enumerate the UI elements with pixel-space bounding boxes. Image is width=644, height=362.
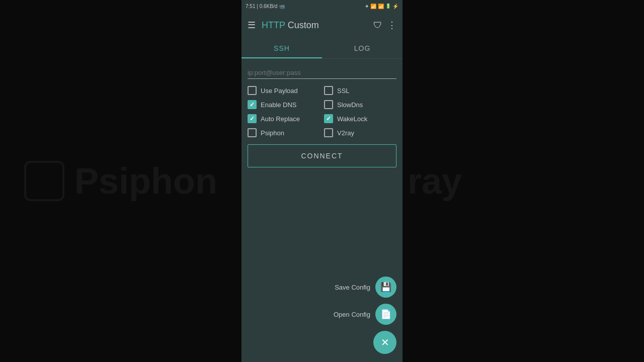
phone-screen: 7:51 | 0.6KB/d 📹 ⁕ 📶 📶 🔋 ⚡ ☰ HTTP Custom… — [242, 0, 403, 362]
connect-button[interactable]: CONNECT — [248, 144, 396, 167]
save-config-row: Save Config 💾 — [335, 277, 396, 298]
bg-left-text: Psiphon — [74, 160, 217, 202]
checkbox-v2ray[interactable]: V2ray — [324, 128, 396, 137]
save-config-label: Save Config — [335, 284, 370, 291]
checkbox-grid: Use Payload SSL Enable DNS SlowDns Auto … — [248, 86, 396, 137]
checkbox-wakelock[interactable]: WakeLock — [324, 114, 396, 123]
file-icon: 📄 — [380, 309, 391, 320]
checkbox-auto-replace[interactable]: Auto Replace — [248, 114, 320, 123]
open-config-button[interactable]: 📄 — [375, 304, 396, 325]
checkbox-v2ray-label: V2ray — [337, 129, 354, 137]
main-content: Use Payload SSL Enable DNS SlowDns Auto … — [242, 59, 403, 362]
checkbox-use-payload[interactable]: Use Payload — [248, 86, 320, 95]
checkbox-psiphon-label: Psiphon — [261, 129, 284, 137]
checkbox-ssl[interactable]: SSL — [324, 86, 396, 95]
tabs: SSH LOG — [242, 38, 403, 59]
ssh-input[interactable] — [248, 67, 396, 79]
open-config-row: Open Config 📄 — [334, 304, 396, 325]
checkbox-wakelock-label: WakeLock — [337, 115, 367, 123]
checkbox-use-payload-label: Use Payload — [261, 87, 298, 95]
checkbox-ssl-label: SSL — [337, 87, 350, 95]
hamburger-menu-icon[interactable]: ☰ — [248, 20, 256, 31]
bluetooth-icon: ⁕ — [365, 4, 369, 9]
title-custom: Custom — [285, 20, 319, 30]
tab-log[interactable]: LOG — [322, 38, 403, 58]
checkbox-auto-replace-label: Auto Replace — [261, 115, 300, 123]
wifi-icon: 📶 — [370, 4, 376, 9]
save-icon: 💾 — [380, 282, 391, 293]
charge-icon: ⚡ — [392, 4, 398, 9]
checkbox-psiphon[interactable]: Psiphon — [248, 128, 320, 137]
checkbox-enable-dns[interactable]: Enable DNS — [248, 100, 320, 109]
tab-ssh[interactable]: SSH — [242, 38, 322, 58]
checkbox-auto-replace-box[interactable] — [248, 114, 257, 123]
status-time: 7:51 — [246, 4, 255, 9]
checkbox-v2ray-box[interactable] — [324, 128, 333, 137]
checkbox-ssl-box[interactable] — [324, 86, 333, 95]
status-speed: 0.6KB/d — [260, 4, 278, 9]
checkbox-enable-dns-box[interactable] — [248, 100, 257, 109]
status-bar: 7:51 | 0.6KB/d 📹 ⁕ 📶 📶 🔋 ⚡ — [242, 0, 403, 12]
settings-icon[interactable]: 🛡 — [373, 20, 382, 31]
checkbox-slowdns-box[interactable] — [324, 100, 333, 109]
app-title: HTTP Custom — [262, 20, 367, 31]
title-http: HTTP — [262, 20, 285, 30]
checkbox-slowdns[interactable]: SlowDns — [324, 100, 396, 109]
bg-icon — [24, 161, 64, 201]
bg-right-text: ray — [408, 160, 462, 202]
checkbox-wakelock-box[interactable] — [324, 114, 333, 123]
status-time-speed: 7:51 | 0.6KB/d 📹 — [246, 4, 285, 9]
checkbox-enable-dns-label: Enable DNS — [261, 101, 297, 109]
battery-icon: 🔋 — [385, 4, 391, 9]
checkbox-psiphon-box[interactable] — [248, 128, 257, 137]
status-right: ⁕ 📶 📶 🔋 ⚡ — [365, 4, 398, 9]
close-fab-button[interactable]: ✕ — [373, 331, 396, 354]
fab-area: Save Config 💾 Open Config 📄 ✕ — [334, 277, 396, 354]
more-options-icon[interactable]: ⋮ — [387, 20, 396, 31]
background-right: ray — [397, 0, 644, 362]
top-bar-actions: 🛡 ⋮ — [373, 20, 396, 31]
signal-icon: 📶 — [378, 4, 384, 9]
open-config-label: Open Config — [334, 311, 370, 318]
background-left: Psiphon — [0, 0, 242, 362]
checkbox-slowdns-label: SlowDns — [337, 101, 363, 109]
checkbox-use-payload-box[interactable] — [248, 86, 257, 95]
close-icon: ✕ — [381, 336, 389, 348]
top-bar: ☰ HTTP Custom 🛡 ⋮ — [242, 12, 403, 38]
save-config-button[interactable]: 💾 — [375, 277, 396, 298]
